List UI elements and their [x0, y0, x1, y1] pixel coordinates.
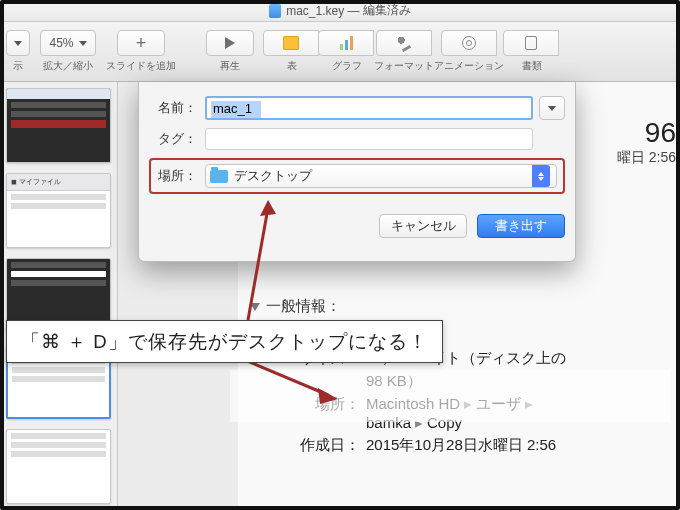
disclosure-triangle-icon: [250, 303, 260, 311]
export-sheet: 名前： タグ： 場所： デスクトップ キャンセル 書き出す: [138, 82, 576, 262]
general-disclosure[interactable]: 一般情報：: [250, 297, 676, 316]
animation-icon: [462, 36, 476, 50]
plus-icon: +: [136, 34, 147, 52]
created-key: 作成日：: [250, 436, 360, 455]
window-titlebar: mac_1.key — 編集済み: [0, 0, 680, 22]
format-label: フォーマット: [374, 59, 434, 73]
view-mode-button[interactable]: [6, 30, 30, 56]
add-slide-button[interactable]: +: [117, 30, 165, 56]
expand-sheet-button[interactable]: [539, 96, 565, 120]
table-label: 表: [287, 59, 297, 73]
annotation-callout: 「⌘ ＋ D」で保存先がデスクトップになる！: [6, 320, 443, 363]
chart-icon: [340, 36, 353, 50]
chart-label: グラフ: [332, 59, 362, 73]
zoom-label: 拡大／縮小: [43, 59, 93, 73]
document-label: 書類: [522, 59, 542, 73]
toolbar: 示 45% 拡大／縮小 + スライドを追加 再生 表 グラフ フォーマット: [0, 22, 680, 82]
chevron-down-icon: [14, 41, 22, 46]
location-popup[interactable]: デスクトップ: [205, 164, 557, 188]
format-button[interactable]: [376, 30, 432, 56]
zoom-dropdown[interactable]: 45%: [40, 30, 96, 56]
export-button[interactable]: 書き出す: [477, 214, 565, 238]
chevron-down-icon: [548, 106, 556, 111]
play-label: 再生: [220, 59, 240, 73]
created-value: 2015年10月28日水曜日 2:56: [360, 436, 676, 455]
filename-input[interactable]: [205, 96, 533, 120]
chevron-down-icon: [79, 41, 87, 46]
title-status: 編集済み: [363, 2, 411, 19]
slide-navigator[interactable]: ◼ マイファイル: [0, 82, 118, 510]
brush-icon: [397, 36, 411, 50]
location-value: デスクトップ: [234, 167, 312, 185]
location-emphasis: [230, 370, 670, 422]
cancel-button[interactable]: キャンセル: [379, 214, 467, 238]
slide-thumb[interactable]: ◼ マイファイル: [6, 173, 111, 248]
play-icon: [225, 37, 235, 49]
popup-arrows-icon: [532, 165, 550, 187]
zoom-value: 45%: [49, 36, 73, 50]
tag-input[interactable]: [205, 128, 533, 150]
chart-button[interactable]: [318, 30, 374, 56]
name-label: 名前：: [149, 99, 205, 117]
add-slide-label: スライドを追加: [106, 59, 176, 73]
table-button[interactable]: [263, 30, 319, 56]
tag-label: タグ：: [149, 130, 205, 148]
slide-thumb[interactable]: [6, 88, 111, 163]
general-label: 一般情報：: [266, 297, 341, 316]
slide-thumb[interactable]: [6, 429, 111, 504]
animation-button[interactable]: [441, 30, 497, 56]
folder-icon: [210, 170, 228, 183]
document-button[interactable]: [503, 30, 559, 56]
table-icon: [283, 36, 299, 50]
document-panel-icon: [525, 36, 537, 50]
title-filename: mac_1.key: [286, 4, 344, 18]
view-label: 示: [13, 59, 23, 73]
document-icon: [269, 4, 281, 18]
play-button[interactable]: [206, 30, 254, 56]
animation-label: アニメーション: [434, 59, 504, 73]
location-label: 場所：: [157, 167, 205, 185]
